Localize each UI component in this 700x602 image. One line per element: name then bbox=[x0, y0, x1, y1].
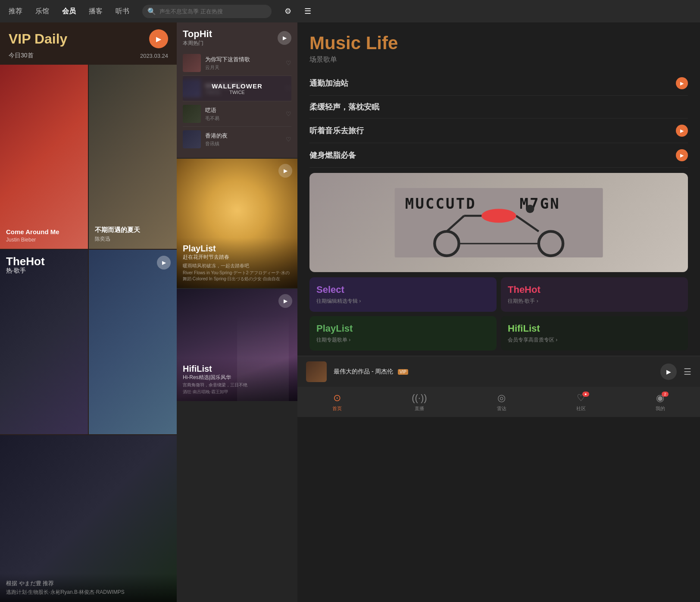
heart-icon-3[interactable]: ♡ bbox=[286, 110, 291, 117]
player-track-title: 最伟大的作品 - 周杰伦 VIP bbox=[334, 367, 653, 376]
album-card-thehot[interactable]: TheHot 热·歌手 bbox=[0, 250, 88, 434]
player-title-text: 最伟大的作品 - 周杰伦 bbox=[334, 368, 393, 375]
cat-title-thehot: TheHot bbox=[508, 284, 681, 295]
player-album-thumb bbox=[306, 361, 327, 382]
song-thumb-1 bbox=[183, 54, 201, 72]
svg-point-10 bbox=[526, 204, 534, 213]
playlist-play-btn[interactable]: ▶ bbox=[278, 164, 292, 178]
nav-podcast[interactable]: 播客 bbox=[89, 5, 103, 18]
playlist-tracks: River Flows in You·Spring·デート2·アフロディーテ·水… bbox=[183, 270, 291, 282]
scene-play-btn-fitness[interactable]: ▶ bbox=[676, 149, 688, 161]
thehot-badge: TheHot 热·歌手 bbox=[6, 256, 45, 275]
nav-home[interactable]: ⊙ 首页 bbox=[332, 392, 342, 412]
hifilist-title: HifiList bbox=[183, 364, 291, 374]
vip-date: 2023.03.24 bbox=[140, 53, 168, 59]
song-info-3: 呓语 毛不易 bbox=[205, 107, 281, 122]
vip-count: 今日30首 bbox=[9, 52, 34, 60]
scene-title-travel: 听着音乐去旅行 bbox=[309, 125, 364, 136]
hifilist-cover: ▶ HifiList Hi-Res精选|国乐风华 宫商角徵羽，余音绕梁，三日不绝… bbox=[177, 289, 297, 401]
vip-play-button[interactable]: ▶ bbox=[149, 29, 168, 48]
scene-title-sleep: 柔缓轻声，落枕安眠 bbox=[309, 102, 379, 112]
category-playlist[interactable]: PlayList 往期专题歌单 › bbox=[309, 316, 497, 351]
recommend-overlay: 根据 やまだ豊 推荐 逃跑计划·生物股长·永彬Ryan.B·林俊杰·RADWIM… bbox=[0, 574, 177, 602]
nav-music-hall[interactable]: 乐馆 bbox=[35, 5, 49, 18]
player-controls: ▶ ☰ bbox=[660, 364, 691, 380]
nav-live[interactable]: ((·)) 直播 bbox=[412, 392, 427, 412]
svg-point-9 bbox=[481, 209, 516, 223]
nav-profile[interactable]: ◉ 2 我的 bbox=[656, 392, 665, 412]
song-artist-4: 音讯镇 bbox=[205, 141, 281, 147]
song-item-4[interactable]: 香港的夜 音讯镇 ♡ bbox=[183, 127, 291, 152]
album-card-eason[interactable]: 不期而遇的夏天 陈奕迅 bbox=[89, 65, 177, 249]
nav-vip[interactable]: 会员 bbox=[62, 5, 76, 18]
music-life-title: Music Life bbox=[309, 33, 688, 53]
playlist-desc: 暖雨晴风初破冻，一起去踏春吧 bbox=[183, 263, 291, 269]
hifilist-play-btn[interactable]: ▶ bbox=[278, 294, 292, 308]
search-icon: 🔍 bbox=[147, 7, 156, 16]
live-icon: ((·)) bbox=[412, 392, 427, 404]
search-bar[interactable]: 🔍 bbox=[142, 5, 272, 18]
playlist-title: PlayList bbox=[183, 244, 291, 254]
scene-item-sleep[interactable]: 柔缓轻声，落枕安眠 bbox=[309, 96, 688, 119]
scene-play-icon-fitness: ▶ bbox=[680, 153, 684, 158]
tophit-header: TopHit 本周热门 ▶ bbox=[183, 28, 291, 47]
nav-radar[interactable]: ◎ 雷达 bbox=[497, 392, 506, 412]
thehot-sub: 热·歌手 bbox=[6, 267, 45, 275]
album-info-2: 不期而遇的夏天 陈奕迅 bbox=[95, 226, 140, 243]
left-panel: VIP Daily ▶ 今日30首 2023.03.24 Come Around… bbox=[0, 22, 177, 602]
player-list-button[interactable]: ☰ bbox=[684, 367, 691, 377]
song-thumb-4 bbox=[183, 130, 201, 148]
featured-image[interactable]: MUCCUTD M7GN bbox=[309, 173, 688, 272]
card-play-button[interactable]: ▶ bbox=[157, 256, 171, 270]
community-badge: ● bbox=[582, 392, 589, 397]
heart-icon-4[interactable]: ♡ bbox=[286, 136, 291, 143]
nav-community[interactable]: ♡ ● 社区 bbox=[576, 392, 586, 412]
scene-item-commute[interactable]: 通勤加油站 ▶ bbox=[309, 71, 688, 96]
scene-item-fitness[interactable]: 健身燃脂必备 ▶ bbox=[309, 143, 688, 168]
settings-icon[interactable]: ⚙ bbox=[284, 6, 291, 16]
tophit-sub: 本周热门 bbox=[183, 40, 212, 47]
playlist-cover: ▶ PlayList 赶在花开时节去踏春 暖雨晴风初破冻，一起去踏春吧 Rive… bbox=[177, 159, 297, 288]
search-input[interactable] bbox=[159, 8, 266, 15]
album-artist-1: Justin Bieber bbox=[6, 237, 59, 243]
category-thehot[interactable]: TheHot 往期热·歌手 › bbox=[501, 277, 688, 312]
nav-audiobook[interactable]: 听书 bbox=[116, 5, 129, 18]
heart-icon-1[interactable]: ♡ bbox=[286, 60, 291, 66]
play-icon: ▶ bbox=[156, 35, 161, 43]
scene-play-btn-travel[interactable]: ▶ bbox=[676, 125, 688, 137]
category-select[interactable]: Select 往期编辑精选专辑 › bbox=[309, 277, 497, 312]
hifilist-play-icon: ▶ bbox=[284, 298, 288, 304]
menu-icon[interactable]: ☰ bbox=[304, 6, 311, 16]
tophit-play-button[interactable]: ▶ bbox=[278, 31, 291, 45]
album-title-2: 不期而遇的夏天 bbox=[95, 226, 140, 234]
song-name-1: 为你写下这首情歌 bbox=[205, 56, 281, 63]
player-play-icon: ▶ bbox=[666, 368, 671, 375]
scene-title-fitness: 健身燃脂必备 bbox=[309, 150, 356, 160]
song-item-1[interactable]: 为你写下这首情歌 云月天 ♡ bbox=[183, 50, 291, 76]
scene-play-btn-commute[interactable]: ▶ bbox=[676, 77, 688, 89]
album-card-come-around-me[interactable]: Come Around Me Justin Bieber bbox=[0, 65, 88, 249]
cat-title-playlist: PlayList bbox=[316, 323, 490, 334]
cat-title-hifilist: HifiList bbox=[508, 323, 681, 334]
song-thumb-3 bbox=[183, 105, 201, 123]
bottom-player: 最伟大的作品 - 周杰伦 VIP ▶ ☰ bbox=[297, 356, 700, 387]
cat-sub-thehot: 往期热·歌手 › bbox=[508, 298, 681, 305]
song-item-3[interactable]: 呓语 毛不易 ♡ bbox=[183, 101, 291, 127]
tophit-info: TopHit 本周热门 bbox=[183, 28, 212, 47]
playlist-section[interactable]: ▶ PlayList 赶在花开时节去踏春 暖雨晴风初破冻，一起去踏春吧 Rive… bbox=[177, 159, 297, 288]
hifilist-section[interactable]: ▶ HifiList Hi-Res精选|国乐风华 宫商角徵羽，余音绕梁，三日不绝… bbox=[177, 289, 297, 401]
nav-profile-label: 我的 bbox=[656, 405, 665, 412]
song-item-2[interactable]: WALLFLOWER TWICE ♡ WALLFLOWER TWICE bbox=[183, 76, 291, 101]
song-info-4: 香港的夜 音讯镇 bbox=[205, 132, 281, 147]
album-card-kpop[interactable]: ▶ bbox=[89, 250, 177, 434]
nav-recommend[interactable]: 推荐 bbox=[9, 5, 22, 18]
music-life-header: Music Life 场景歌单 bbox=[297, 22, 700, 71]
thehot-title: TheHot bbox=[6, 256, 45, 267]
category-hifilist[interactable]: HifiList 会员专享高音质专区 › bbox=[501, 316, 688, 351]
scene-item-travel[interactable]: 听着音乐去旅行 ▶ bbox=[309, 119, 688, 143]
player-play-button[interactable]: ▶ bbox=[660, 364, 677, 380]
album-title-1: Come Around Me bbox=[6, 228, 59, 235]
album-card-recommend[interactable]: 根据 やまだ豊 推荐 逃跑计划·生物股长·永彬Ryan.B·林俊杰·RADWIM… bbox=[0, 435, 177, 602]
nav-live-label: 直播 bbox=[415, 405, 424, 412]
hifilist-desc: 宫商角徵羽，余音绕梁，三日不绝 bbox=[183, 382, 291, 388]
